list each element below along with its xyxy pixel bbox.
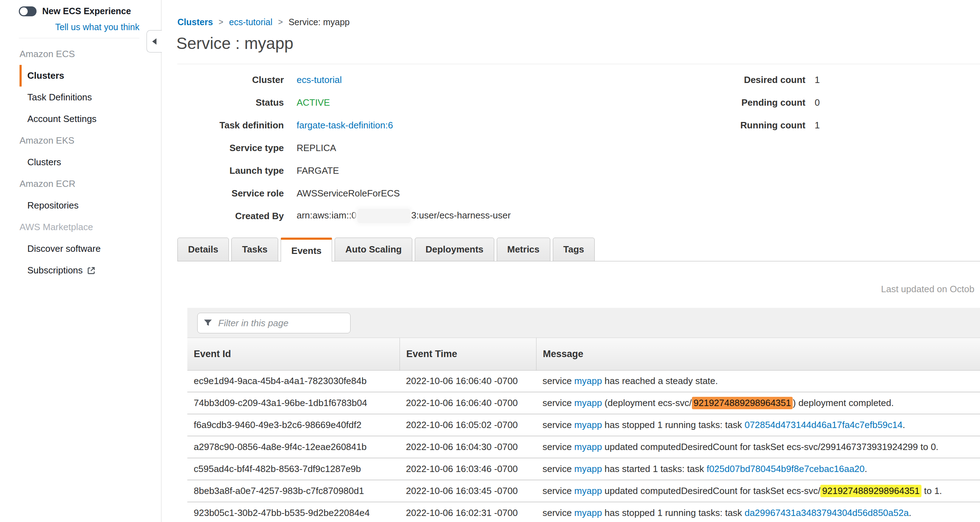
event-id-cell: 923b05c1-30b2-47bb-b535-9d2be22084e4 xyxy=(187,503,399,522)
message-link[interactable]: myapp xyxy=(574,486,602,497)
event-id-cell: ec9e1d94-9aca-45b4-a4a1-7823030fe84b xyxy=(187,371,399,392)
detail-text: REPLICA xyxy=(297,143,336,153)
detail-row: Launch typeFARGATE xyxy=(177,159,511,182)
status-badge: ACTIVE xyxy=(297,97,330,108)
event-id-cell: a2978c90-0856-4a8e-9f4c-12eae260841b xyxy=(187,436,399,457)
sidebar-section-header-aws-marketplace: AWS Marketplace xyxy=(19,216,146,238)
breadcrumb-separator: > xyxy=(272,17,288,27)
message-text: ) deployment completed. xyxy=(793,398,894,409)
tab-events[interactable]: Events xyxy=(281,238,332,262)
count-value: 0 xyxy=(815,97,819,108)
detail-row: StatusACTIVE xyxy=(177,91,511,114)
tab-deployments[interactable]: Deployments xyxy=(415,238,494,261)
title-divider xyxy=(177,64,980,64)
column-header-event-id[interactable]: Event Id xyxy=(187,338,399,370)
message-text: service xyxy=(542,508,574,519)
filter-box xyxy=(197,313,350,333)
table-row: 8beb3a8f-a0e7-4257-983b-c7fc870980d12022… xyxy=(187,481,980,503)
sidebar-section-header-amazon-eks: Amazon EKS xyxy=(19,130,146,151)
breadcrumb-item-2: Service: myapp xyxy=(288,17,350,27)
breadcrumb: Clusters>ecs-tutorial>Service: myapp xyxy=(177,17,350,27)
sidebar-item-label: Task Definitions xyxy=(27,92,92,103)
event-time-cell: 2022-10-06 16:03:46 -0700 xyxy=(399,459,536,479)
detail-value: REPLICA xyxy=(297,143,336,154)
redacted-account-id xyxy=(357,209,410,223)
sidebar-item-repositories[interactable]: Repositories xyxy=(19,195,146,216)
sidebar-item-label: Clusters xyxy=(27,157,61,168)
event-time-cell: 2022-10-06 16:05:02 -0700 xyxy=(399,414,536,435)
message-link[interactable]: myapp xyxy=(574,398,602,409)
count-number: 1 xyxy=(815,120,819,130)
sidebar-item-label: Repositories xyxy=(27,200,79,211)
count-row: Desired count1 xyxy=(695,68,819,91)
detail-value: ecs-tutorial xyxy=(297,75,342,86)
count-label: Pending count xyxy=(695,97,805,108)
message-link[interactable]: da29967431a3483794304d56d850a52a xyxy=(745,508,909,519)
filter-input[interactable] xyxy=(197,313,350,333)
breadcrumb-item-0[interactable]: Clusters xyxy=(177,17,213,27)
count-row: Running count1 xyxy=(695,114,819,136)
event-time-cell: 2022-10-06 16:02:31 -0700 xyxy=(399,503,536,522)
message-link[interactable]: myapp xyxy=(574,376,602,387)
created-by-prefix: arn:aws:iam::0 xyxy=(297,210,356,221)
filter-band xyxy=(187,308,980,338)
detail-link[interactable]: ecs-tutorial xyxy=(297,75,342,85)
detail-label: Service type xyxy=(177,143,284,154)
message-text: updated computedDesiredCount for taskSet… xyxy=(602,486,821,497)
tab-details[interactable]: Details xyxy=(177,238,229,261)
message-link[interactable]: 072854d473144d46a17fa4c7efb59c14 xyxy=(745,419,902,430)
detail-row: Service typeREPLICA xyxy=(177,136,511,159)
sidebar-item-subscriptions[interactable]: Subscriptions xyxy=(19,260,146,281)
message-text: . xyxy=(909,508,911,519)
message-cell: service myapp has stopped 1 running task… xyxy=(536,414,980,435)
service-details: Clusterecs-tutorialStatusACTIVETask defi… xyxy=(177,68,511,227)
detail-row: Clusterecs-tutorial xyxy=(177,68,511,91)
service-counts: Desired count1Pending count0Running coun… xyxy=(695,68,819,136)
tab-metrics[interactable]: Metrics xyxy=(497,238,550,261)
message-text: . xyxy=(903,419,905,430)
new-ecs-experience-label: New ECS Experience xyxy=(42,6,131,16)
new-ecs-experience-toggle[interactable] xyxy=(19,6,37,16)
sidebar-section-header-amazon-ecs: Amazon ECS xyxy=(19,43,146,65)
event-id-cell: c595ad4c-bf4f-482b-8563-7df9c1287e9b xyxy=(187,459,399,479)
column-header-message[interactable]: Message xyxy=(536,338,980,370)
table-row: 923b05c1-30b2-47bb-b535-9d2be22084e42022… xyxy=(187,503,980,522)
find-highlight-active: 9219274889298964351 xyxy=(692,397,793,409)
sidebar-item-clusters[interactable]: Clusters xyxy=(19,65,146,87)
detail-label: Task definition xyxy=(177,120,284,131)
tab-tags[interactable]: Tags xyxy=(553,238,595,261)
sidebar-item-discover-software[interactable]: Discover software xyxy=(19,238,146,260)
sidebar-item-account-settings[interactable]: Account Settings xyxy=(19,108,146,130)
message-link[interactable]: myapp xyxy=(574,508,602,519)
table-row: ec9e1d94-9aca-45b4-a4a1-7823030fe84b2022… xyxy=(187,371,980,393)
tab-tasks[interactable]: Tasks xyxy=(231,238,278,261)
tab-auto-scaling[interactable]: Auto Scaling xyxy=(334,238,412,261)
count-value: 1 xyxy=(815,120,819,131)
sidebar-item-clusters[interactable]: Clusters xyxy=(19,151,146,173)
detail-link[interactable]: fargate-task-definition:6 xyxy=(297,120,393,130)
detail-value: AWSServiceRoleForECS xyxy=(297,188,400,199)
detail-label: Service role xyxy=(177,188,284,199)
message-cell: service myapp updated computedDesiredCou… xyxy=(536,436,980,457)
event-id-cell: f6a9cdb3-9460-49e3-b2c6-98669e40fdf2 xyxy=(187,414,399,435)
detail-row: Created Byarn:aws:iam::03:user/ecs-harne… xyxy=(177,205,511,227)
message-link[interactable]: f025d07bd780454b9f8e7cebac16aa20 xyxy=(706,463,864,474)
events-table-header: Event Id Event Time Message xyxy=(187,338,980,371)
message-link[interactable]: myapp xyxy=(574,463,602,474)
sidebar-item-task-definitions[interactable]: Task Definitions xyxy=(19,87,146,108)
message-text: has reached a steady state. xyxy=(602,376,718,387)
detail-value: fargate-task-definition:6 xyxy=(297,120,393,131)
detail-value: FARGATE xyxy=(297,165,339,176)
last-updated-text: Last updated on Octob xyxy=(881,284,974,295)
sidebar-section-header-amazon-ecr: Amazon ECR xyxy=(19,173,146,195)
message-link[interactable]: myapp xyxy=(574,441,602,452)
message-text: service xyxy=(542,441,574,452)
message-text: to 1. xyxy=(921,486,942,497)
table-row: 74bb3d09-c209-43a1-96be-1db1f6783b042022… xyxy=(187,393,980,414)
feedback-link[interactable]: Tell us what you think xyxy=(19,22,140,32)
breadcrumb-item-1[interactable]: ecs-tutorial xyxy=(229,17,272,27)
column-header-event-time[interactable]: Event Time xyxy=(399,338,536,370)
event-time-cell: 2022-10-06 16:06:40 -0700 xyxy=(399,393,536,414)
sidebar-collapse-button[interactable] xyxy=(146,30,162,52)
message-link[interactable]: myapp xyxy=(574,419,602,430)
